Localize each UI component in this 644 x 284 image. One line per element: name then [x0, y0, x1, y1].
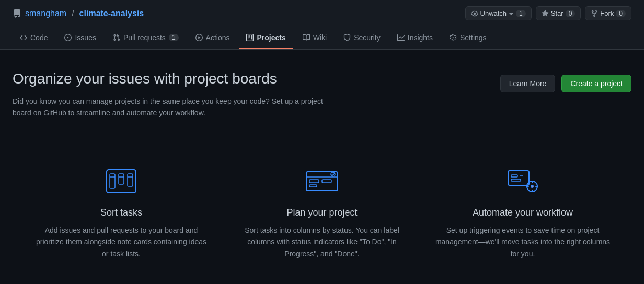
tab-pull-requests[interactable]: Pull requests 1: [106, 27, 186, 49]
svg-rect-0: [107, 170, 136, 193]
tab-issues[interactable]: Issues: [57, 27, 103, 49]
fork-label: Fork: [600, 9, 614, 17]
tab-insights[interactable]: Insights: [390, 27, 440, 49]
unwatch-count: 1: [516, 10, 526, 17]
tab-security[interactable]: Security: [336, 27, 388, 49]
pr-badge: 1: [169, 34, 179, 41]
svg-point-25: [532, 186, 533, 187]
star-label: Star: [551, 9, 564, 17]
tab-code-label: Code: [30, 33, 48, 42]
plan-project-title: Plan your project: [286, 207, 357, 218]
repo-title: smangham / climate-analysis: [13, 9, 144, 18]
hero-buttons: Learn More Create a project: [500, 75, 631, 92]
tab-settings[interactable]: Settings: [442, 27, 494, 49]
feature-plan-project: Plan your project Sort tasks into column…: [234, 165, 410, 259]
tab-code[interactable]: Code: [13, 27, 55, 49]
tab-pr-label: Pull requests: [123, 33, 166, 42]
hero-description: Did you know you can manage projects in …: [13, 96, 326, 119]
sort-tasks-icon: [100, 165, 142, 197]
features-section: Sort tasks Add issues and pull requests …: [13, 165, 631, 259]
settings-icon: [450, 34, 457, 41]
hero-text: Organize your issues with project boards…: [13, 70, 326, 119]
header-actions: Unwatch 1 Star 0 Fork 0: [465, 6, 631, 20]
fork-count: 0: [616, 10, 626, 17]
insights-icon: [397, 34, 405, 41]
svg-point-12: [331, 172, 335, 176]
security-icon: [343, 34, 351, 41]
tab-security-label: Security: [354, 33, 381, 42]
code-icon: [20, 34, 27, 41]
repo-icon: [13, 9, 21, 18]
automate-workflow-icon: [502, 165, 544, 197]
svg-rect-10: [322, 180, 331, 183]
main-content: Organize your issues with project boards…: [0, 50, 644, 280]
svg-rect-1: [110, 174, 115, 188]
wiki-icon: [303, 34, 310, 41]
fork-button[interactable]: Fork 0: [585, 6, 631, 20]
svg-rect-15: [508, 171, 529, 185]
svg-rect-16: [511, 175, 518, 177]
tab-projects-label: Projects: [257, 33, 285, 42]
tab-actions-label: Actions: [206, 33, 230, 42]
divider: [13, 140, 631, 140]
automate-workflow-title: Automate your workflow: [473, 207, 573, 218]
hero-section: Organize your issues with project boards…: [13, 70, 631, 119]
actions-icon: [196, 34, 203, 41]
svg-line-14: [333, 173, 335, 175]
slash: /: [72, 9, 74, 18]
feature-sort-tasks: Sort tasks Add issues and pull requests …: [33, 165, 209, 259]
owner-link[interactable]: smangham: [25, 9, 66, 18]
star-count: 0: [566, 10, 576, 17]
feature-automate-workflow: Automate your workflow Set up triggering…: [435, 165, 611, 259]
tab-settings-label: Settings: [460, 33, 487, 42]
projects-icon: [246, 34, 254, 41]
nav-tabs: Code Issues Pull requests 1 Actions Proj…: [0, 27, 644, 50]
svg-rect-2: [119, 174, 124, 184]
svg-rect-3: [128, 174, 133, 186]
star-button[interactable]: Star 0: [536, 6, 581, 20]
hero-title: Organize your issues with project boards: [13, 70, 326, 87]
unwatch-label: Unwatch: [480, 9, 507, 17]
repo-name-link[interactable]: climate-analysis: [79, 9, 144, 18]
plan-project-icon: [301, 165, 343, 197]
tab-wiki-label: Wiki: [313, 33, 327, 42]
automate-workflow-desc: Set up triggering events to save time on…: [435, 224, 611, 259]
tab-issues-label: Issues: [75, 33, 96, 42]
tab-projects[interactable]: Projects: [239, 27, 293, 49]
learn-more-button[interactable]: Learn More: [500, 75, 556, 92]
create-project-button[interactable]: Create a project: [561, 75, 631, 92]
sort-tasks-title: Sort tasks: [100, 207, 142, 218]
issues-icon: [64, 34, 72, 41]
svg-rect-11: [309, 185, 317, 187]
tab-insights-label: Insights: [408, 33, 433, 42]
sort-tasks-desc: Add issues and pull requests to your boa…: [33, 224, 209, 259]
tab-wiki[interactable]: Wiki: [295, 27, 334, 49]
unwatch-button[interactable]: Unwatch 1: [465, 6, 532, 20]
tab-actions[interactable]: Actions: [188, 27, 237, 49]
plan-project-desc: Sort tasks into columns by status. You c…: [234, 224, 410, 259]
pr-icon: [113, 34, 120, 41]
svg-rect-9: [309, 180, 319, 183]
svg-rect-17: [511, 179, 521, 181]
header: smangham / climate-analysis Unwatch 1 St…: [0, 0, 644, 27]
